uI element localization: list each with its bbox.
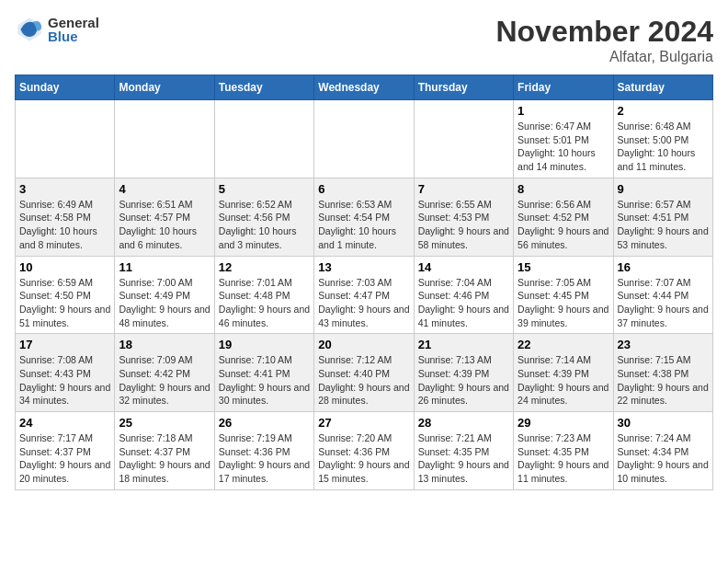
calendar-cell: 17Sunrise: 7:08 AMSunset: 4:43 PMDayligh… xyxy=(16,334,115,412)
day-info: Sunrise: 7:21 AMSunset: 4:35 PMDaylight:… xyxy=(418,431,509,486)
day-number: 15 xyxy=(518,260,609,274)
day-number: 22 xyxy=(518,338,609,351)
logo: General Blue xyxy=(15,15,99,44)
day-info: Sunrise: 7:15 AMSunset: 4:38 PMDaylight:… xyxy=(618,353,709,408)
day-number: 29 xyxy=(518,416,609,430)
day-info: Sunrise: 7:03 AMSunset: 4:47 PMDaylight:… xyxy=(318,276,409,330)
day-info: Sunrise: 6:59 AMSunset: 4:50 PMDaylight:… xyxy=(19,276,110,330)
logo-text: General Blue xyxy=(48,16,99,43)
day-info: Sunrise: 7:12 AMSunset: 4:40 PMDaylight:… xyxy=(318,353,409,408)
day-info: Sunrise: 7:10 AMSunset: 4:41 PMDaylight:… xyxy=(219,353,310,408)
day-number: 17 xyxy=(19,338,110,351)
calendar-cell: 16Sunrise: 7:07 AMSunset: 4:44 PMDayligh… xyxy=(613,256,712,334)
day-number: 18 xyxy=(119,338,210,351)
calendar-week-1: 3Sunrise: 6:49 AMSunset: 4:58 PMDaylight… xyxy=(16,178,713,256)
calendar-cell: 4Sunrise: 6:51 AMSunset: 4:57 PMDaylight… xyxy=(115,178,214,256)
calendar-cell: 6Sunrise: 6:53 AMSunset: 4:54 PMDaylight… xyxy=(314,178,414,256)
calendar-cell: 28Sunrise: 7:21 AMSunset: 4:35 PMDayligh… xyxy=(414,412,513,490)
day-number: 12 xyxy=(219,260,310,274)
calendar-cell: 18Sunrise: 7:09 AMSunset: 4:42 PMDayligh… xyxy=(115,334,214,412)
calendar-cell: 11Sunrise: 7:00 AMSunset: 4:49 PMDayligh… xyxy=(115,256,214,334)
day-number: 8 xyxy=(518,182,609,196)
calendar-cell: 23Sunrise: 7:15 AMSunset: 4:38 PMDayligh… xyxy=(613,334,712,412)
day-info: Sunrise: 6:51 AMSunset: 4:57 PMDaylight:… xyxy=(119,198,210,252)
day-info: Sunrise: 7:23 AMSunset: 4:35 PMDaylight:… xyxy=(518,431,609,486)
calendar-cell: 10Sunrise: 6:59 AMSunset: 4:50 PMDayligh… xyxy=(16,256,115,334)
day-info: Sunrise: 6:49 AMSunset: 4:58 PMDaylight:… xyxy=(19,198,110,252)
day-info: Sunrise: 7:14 AMSunset: 4:39 PMDaylight:… xyxy=(518,353,609,408)
calendar-cell: 7Sunrise: 6:55 AMSunset: 4:53 PMDaylight… xyxy=(414,178,513,256)
day-info: Sunrise: 6:56 AMSunset: 4:52 PMDaylight:… xyxy=(518,198,609,252)
calendar-cell xyxy=(314,100,414,178)
day-info: Sunrise: 6:55 AMSunset: 4:53 PMDaylight:… xyxy=(418,198,509,252)
day-number: 6 xyxy=(318,182,409,196)
day-number: 25 xyxy=(119,416,210,430)
calendar-cell: 9Sunrise: 6:57 AMSunset: 4:51 PMDaylight… xyxy=(613,178,712,256)
calendar-cell xyxy=(214,100,313,178)
day-number: 2 xyxy=(618,104,709,118)
calendar-cell: 2Sunrise: 6:48 AMSunset: 5:00 PMDaylight… xyxy=(613,100,712,178)
calendar-cell: 19Sunrise: 7:10 AMSunset: 4:41 PMDayligh… xyxy=(214,334,313,412)
calendar-cell: 1Sunrise: 6:47 AMSunset: 5:01 PMDaylight… xyxy=(514,100,613,178)
weekday-header-monday: Monday xyxy=(115,75,214,100)
calendar-cell: 25Sunrise: 7:18 AMSunset: 4:37 PMDayligh… xyxy=(115,412,214,490)
calendar-week-2: 10Sunrise: 6:59 AMSunset: 4:50 PMDayligh… xyxy=(16,256,713,334)
day-info: Sunrise: 7:09 AMSunset: 4:42 PMDaylight:… xyxy=(119,353,210,408)
weekday-header-row: SundayMondayTuesdayWednesdayThursdayFrid… xyxy=(16,75,713,100)
day-number: 14 xyxy=(418,260,509,274)
calendar-cell: 29Sunrise: 7:23 AMSunset: 4:35 PMDayligh… xyxy=(514,412,613,490)
day-info: Sunrise: 6:52 AMSunset: 4:56 PMDaylight:… xyxy=(219,198,310,252)
day-info: Sunrise: 7:04 AMSunset: 4:46 PMDaylight:… xyxy=(418,276,509,330)
weekday-header-friday: Friday xyxy=(514,75,613,100)
weekday-header-tuesday: Tuesday xyxy=(214,75,313,100)
day-info: Sunrise: 7:07 AMSunset: 4:44 PMDaylight:… xyxy=(618,276,709,330)
day-number: 20 xyxy=(318,338,409,351)
page-header: General Blue November 2024 Alfatar, Bulg… xyxy=(15,15,713,65)
calendar-cell xyxy=(115,100,214,178)
calendar-cell: 24Sunrise: 7:17 AMSunset: 4:37 PMDayligh… xyxy=(16,412,115,490)
day-number: 10 xyxy=(19,260,110,274)
day-info: Sunrise: 7:17 AMSunset: 4:37 PMDaylight:… xyxy=(19,431,110,486)
month-title: November 2024 xyxy=(495,15,713,49)
calendar-cell xyxy=(16,100,115,178)
calendar-cell: 27Sunrise: 7:20 AMSunset: 4:36 PMDayligh… xyxy=(314,412,414,490)
weekday-header-thursday: Thursday xyxy=(414,75,513,100)
day-info: Sunrise: 7:01 AMSunset: 4:48 PMDaylight:… xyxy=(219,276,310,330)
logo-general: General xyxy=(48,16,99,29)
calendar-week-3: 17Sunrise: 7:08 AMSunset: 4:43 PMDayligh… xyxy=(16,334,713,412)
calendar-cell: 15Sunrise: 7:05 AMSunset: 4:45 PMDayligh… xyxy=(514,256,613,334)
logo-icon xyxy=(15,15,44,44)
day-info: Sunrise: 7:19 AMSunset: 4:36 PMDaylight:… xyxy=(219,431,310,486)
day-info: Sunrise: 6:57 AMSunset: 4:51 PMDaylight:… xyxy=(618,198,709,252)
day-number: 16 xyxy=(618,260,709,274)
calendar-week-4: 24Sunrise: 7:17 AMSunset: 4:37 PMDayligh… xyxy=(16,412,713,490)
calendar-cell: 13Sunrise: 7:03 AMSunset: 4:47 PMDayligh… xyxy=(314,256,414,334)
day-number: 13 xyxy=(318,260,409,274)
weekday-header-wednesday: Wednesday xyxy=(314,75,414,100)
day-info: Sunrise: 7:18 AMSunset: 4:37 PMDaylight:… xyxy=(119,431,210,486)
calendar-cell: 22Sunrise: 7:14 AMSunset: 4:39 PMDayligh… xyxy=(514,334,613,412)
calendar-cell: 12Sunrise: 7:01 AMSunset: 4:48 PMDayligh… xyxy=(214,256,313,334)
day-info: Sunrise: 7:24 AMSunset: 4:34 PMDaylight:… xyxy=(618,431,709,486)
calendar-cell xyxy=(414,100,513,178)
calendar-week-0: 1Sunrise: 6:47 AMSunset: 5:01 PMDaylight… xyxy=(16,100,713,178)
day-info: Sunrise: 7:05 AMSunset: 4:45 PMDaylight:… xyxy=(518,276,609,330)
day-number: 23 xyxy=(618,338,709,351)
calendar-cell: 5Sunrise: 6:52 AMSunset: 4:56 PMDaylight… xyxy=(214,178,313,256)
calendar-cell: 3Sunrise: 6:49 AMSunset: 4:58 PMDaylight… xyxy=(16,178,115,256)
day-number: 28 xyxy=(418,416,509,430)
calendar-cell: 26Sunrise: 7:19 AMSunset: 4:36 PMDayligh… xyxy=(214,412,313,490)
day-info: Sunrise: 7:13 AMSunset: 4:39 PMDaylight:… xyxy=(418,353,509,408)
day-number: 5 xyxy=(219,182,310,196)
calendar-cell: 8Sunrise: 6:56 AMSunset: 4:52 PMDaylight… xyxy=(514,178,613,256)
day-number: 9 xyxy=(618,182,709,196)
calendar-cell: 30Sunrise: 7:24 AMSunset: 4:34 PMDayligh… xyxy=(613,412,712,490)
day-number: 19 xyxy=(219,338,310,351)
calendar-cell: 21Sunrise: 7:13 AMSunset: 4:39 PMDayligh… xyxy=(414,334,513,412)
day-number: 26 xyxy=(219,416,310,430)
calendar-table: SundayMondayTuesdayWednesdayThursdayFrid… xyxy=(15,75,713,490)
day-info: Sunrise: 6:53 AMSunset: 4:54 PMDaylight:… xyxy=(318,198,409,252)
day-number: 1 xyxy=(518,104,609,118)
day-info: Sunrise: 6:48 AMSunset: 5:00 PMDaylight:… xyxy=(618,120,709,174)
day-number: 4 xyxy=(119,182,210,196)
